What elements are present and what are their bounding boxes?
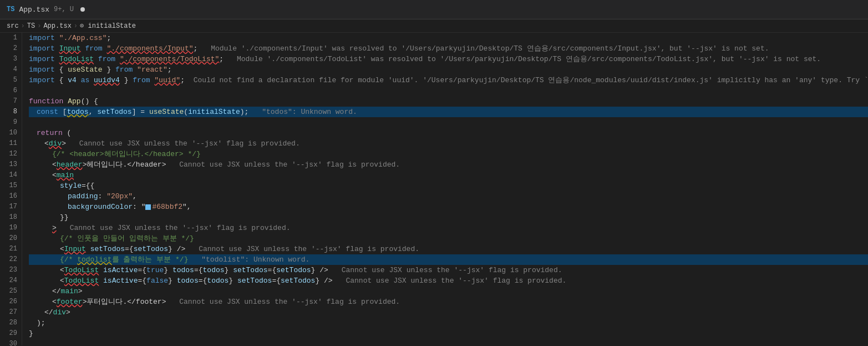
code-line-6 [29,86,868,96]
code-line-14: <main [29,170,868,180]
title-bar: TS App.tsx 9+, U [0,0,868,19]
code-line-22: {/* todolist를 출력하는 부분 */} "todolist": Un… [29,254,868,265]
code-line-7: function App() { [29,96,868,107]
code-line-9 [29,117,868,128]
breadcrumb-src[interactable]: src [7,22,19,30]
code-line-16: padding: "20px", [29,191,868,202]
code-line-28: ); [29,318,868,328]
code-line-2: import Input from "./components/Input"; … [29,43,868,54]
code-line-5: import { v4 as uuidv4 } from "uuid"; Cou… [29,75,868,86]
code-line-30 [29,339,868,345]
unsaved-label: 9+, U [54,6,74,13]
code-line-8: const [todos, setTodos] = useState(initi… [29,107,868,117]
code-line-1: import "./App.css"; [29,33,868,43]
code-line-13: <header>헤더입니다.</header> Cannot use JSX u… [29,159,868,170]
editor: 1 2 3 4 5 6 7 8 9 10 11 12 13 14 15 16 1… [0,33,868,345]
line-numbers: 1 2 3 4 5 6 7 8 9 10 11 12 13 14 15 16 1… [0,33,22,345]
breadcrumb-file[interactable]: App.tsx [43,22,71,30]
code-line-27: </div> [29,307,868,318]
code-line-20: {/* 인풋을 만들어 입력하는 부분 */} [29,233,868,244]
code-line-3: import TodoList from "./components/TodoL… [29,54,868,64]
code-line-19: > Cannot use JSX unless the '--jsx' flag… [29,223,868,233]
modified-dot [80,7,85,12]
code-line-29: } [29,328,868,339]
breadcrumb-symbol[interactable]: ⊙ initialState [80,22,136,30]
code-line-4: import { useState } from "react"; [29,64,868,75]
breadcrumb: src › TS › App.tsx › ⊙ initialState [0,19,868,33]
code-line-23: <TodoList isActive={true} todos={todos} … [29,265,868,275]
breadcrumb-ts[interactable]: TS [27,22,35,30]
code-line-17: backgroundColor: "#68bbf2", [29,202,868,212]
code-line-12: {/* <header>헤더입니다.</header> */} [29,149,868,159]
code-area[interactable]: import "./App.css"; import Input from ".… [22,33,868,345]
code-line-10: return ( [29,128,868,138]
code-line-25: </main> [29,286,868,297]
code-line-24: <TodoList isActive={false} todos={todos}… [29,275,868,286]
code-line-26: <footer>푸터입니다.</footer> Cannot use JSX u… [29,297,868,307]
code-line-21: <Input setTodos={setTodos} /> Cannot use… [29,244,868,254]
code-line-11: <div> Cannot use JSX unless the '--jsx' … [29,138,868,149]
ts-badge: TS [7,6,14,13]
code-line-18: }} [29,212,868,223]
filename-label[interactable]: App.tsx [19,6,49,14]
code-line-15: style={{ [29,180,868,191]
